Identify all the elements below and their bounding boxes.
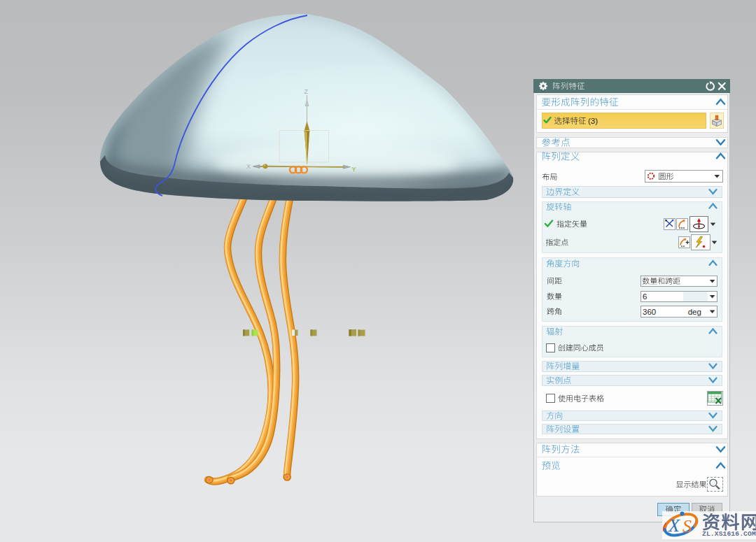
svg-text:X: X xyxy=(668,515,680,536)
svg-text:ZL.XS1616.COM: ZL.XS1616.COM xyxy=(702,530,756,538)
svg-text:deg: deg xyxy=(688,308,701,316)
svg-text:6: 6 xyxy=(643,292,647,301)
svg-text:(3): (3) xyxy=(588,117,598,125)
svg-text:360: 360 xyxy=(643,308,656,316)
svg-text:S: S xyxy=(682,516,692,536)
